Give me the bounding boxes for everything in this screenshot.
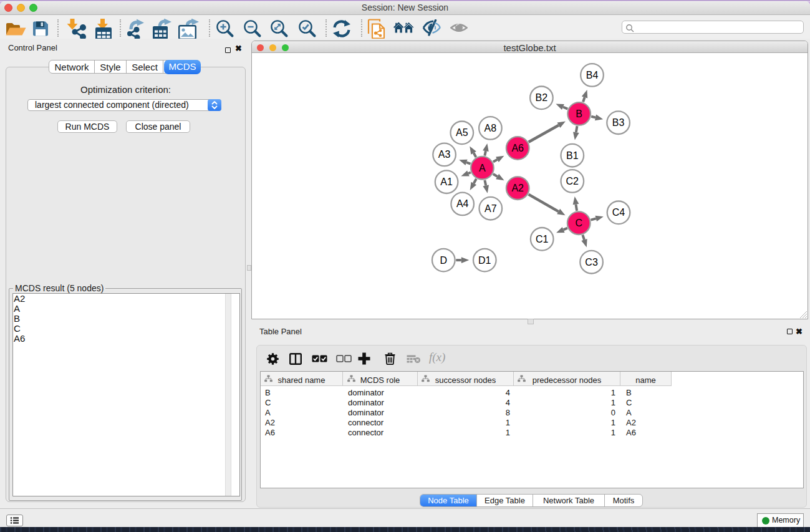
svg-text:D: D [440, 255, 448, 266]
svg-text:C1: C1 [536, 234, 549, 244]
svg-text:A8: A8 [485, 123, 497, 133]
svg-text:B: B [576, 109, 582, 119]
svg-text:A4: A4 [456, 198, 469, 209]
svg-text:A2: A2 [511, 183, 524, 193]
svg-text:A5: A5 [456, 127, 468, 138]
svg-text:C: C [575, 218, 582, 228]
svg-text:C2: C2 [566, 176, 579, 186]
svg-text:B2: B2 [536, 92, 548, 103]
svg-text:B3: B3 [612, 117, 625, 128]
svg-text:D1: D1 [478, 255, 491, 266]
svg-text:C4: C4 [612, 207, 625, 218]
svg-text:A6: A6 [511, 143, 524, 153]
svg-text:C3: C3 [585, 257, 598, 268]
svg-text:A7: A7 [485, 203, 497, 214]
svg-text:B1: B1 [566, 150, 579, 161]
svg-text:A3: A3 [438, 149, 451, 160]
svg-text:A1: A1 [440, 177, 453, 187]
svg-text:B4: B4 [586, 70, 599, 80]
svg-text:A: A [479, 163, 486, 173]
